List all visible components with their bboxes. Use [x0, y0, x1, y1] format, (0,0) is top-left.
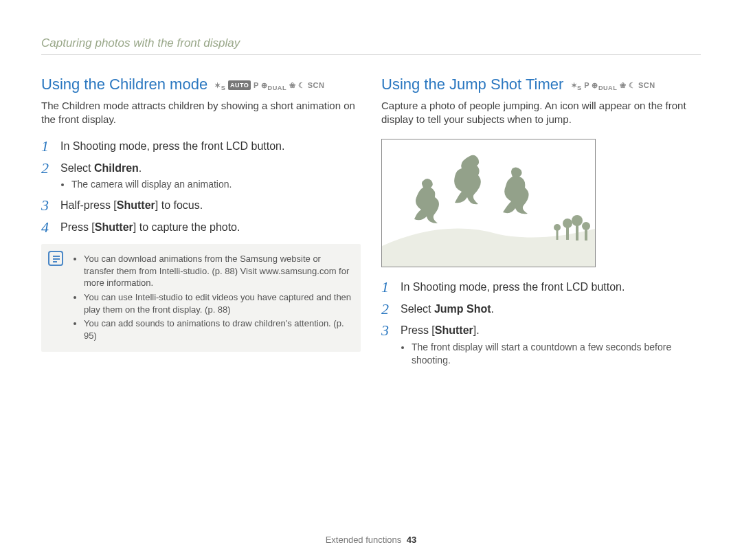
note-item: You can use Intelli-studio to edit video…: [84, 291, 352, 315]
footer-page: 43: [407, 535, 416, 545]
svg-rect-7: [585, 229, 587, 240]
right-steps: In Shooting mode, press the front LCD bu…: [381, 280, 701, 367]
step-2-left: Select Children. The camera will display…: [41, 161, 361, 191]
step-2-sub-left: The camera will display an animation.: [60, 178, 361, 191]
right-lead: Capture a photo of people jumping. An ic…: [381, 99, 701, 127]
step-2-right: Select Jump Shot.: [381, 302, 701, 317]
section-title-left: Using the Children mode: [41, 76, 207, 93]
mode-icons-right: ✶S P ⊕DUAL ❀ ☾ SCN: [571, 80, 655, 93]
svg-rect-1: [566, 227, 569, 240]
step-4-left: Press [Shutter] to capture the photo.: [41, 220, 361, 235]
step-1-right: In Shooting mode, press the front LCD bu…: [381, 280, 701, 295]
left-lead: The Children mode attracts children by s…: [41, 99, 361, 127]
footer-section: Extended functions: [326, 535, 402, 545]
svg-point-2: [572, 215, 583, 226]
step-3-left: Half-press [Shutter] to focus.: [41, 198, 361, 213]
note-box: You can download animations from the Sam…: [41, 244, 361, 352]
mode-icons-left: ✶S AUTO P ⊕DUAL ❀ ☾ SCN: [214, 80, 324, 93]
note-icon: [48, 251, 63, 266]
left-column: Using the Children mode ✶S AUTO P ⊕DUAL …: [41, 74, 361, 375]
note-item: You can download animations from the Sam…: [84, 253, 352, 289]
svg-rect-5: [556, 230, 559, 240]
section-title-right: Using the Jump Shot Timer: [381, 76, 563, 93]
step-3-right: Press [Shutter]. The front display will …: [381, 323, 701, 366]
svg-rect-3: [576, 225, 578, 240]
note-item: You can add sounds to animations to draw…: [84, 317, 352, 341]
step-3-sub-right: The front display will start a countdown…: [401, 341, 701, 367]
jump-shot-illustration: [381, 139, 596, 267]
svg-point-0: [563, 219, 572, 228]
footer: Extended functions 43: [0, 534, 742, 546]
svg-point-4: [554, 224, 561, 231]
step-1-left: In Shooting mode, press the front LCD bu…: [41, 139, 361, 154]
svg-point-6: [582, 222, 590, 230]
header-rule: [41, 54, 701, 55]
right-column: Using the Jump Shot Timer ✶S P ⊕DUAL ❀ ☾…: [381, 74, 701, 375]
running-head: Capturing photos with the front display: [41, 36, 701, 52]
left-steps: In Shooting mode, press the front LCD bu…: [41, 139, 361, 234]
